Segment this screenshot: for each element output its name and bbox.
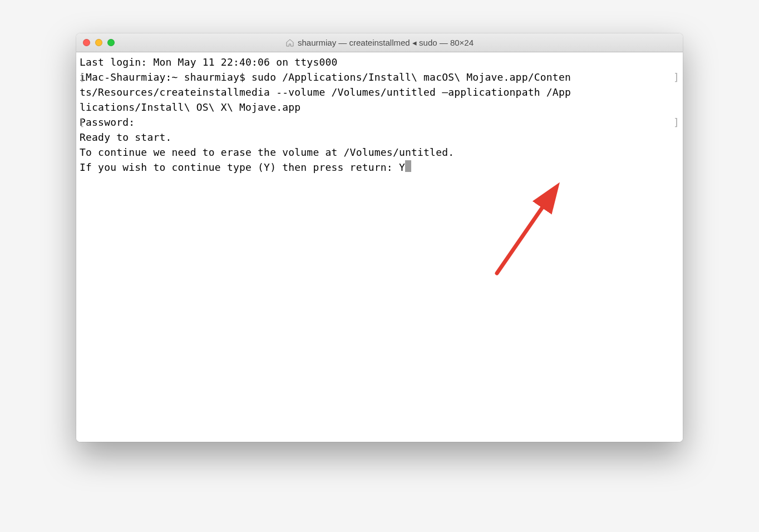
terminal-line: To continue we need to erase the volume … <box>80 145 679 160</box>
terminal-prompt-line: If you wish to continue type (Y) then pr… <box>80 160 679 175</box>
terminal-line: lications/Install\ OS\ X\ Mojave.app <box>80 100 679 115</box>
terminal-line: Password: <box>80 115 679 130</box>
svg-line-1 <box>497 189 555 273</box>
window-title: shaurmiay — createinstallmed ◂ sudo — 80… <box>76 38 683 48</box>
terminal-prompt-text: If you wish to continue type (Y) then pr… <box>80 161 399 173</box>
terminal-line: Last login: Mon May 11 22:40:06 on ttys0… <box>80 55 679 70</box>
zoom-button[interactable] <box>107 39 115 46</box>
terminal-line: ts/Resources/createinstallmedia --volume… <box>80 85 679 100</box>
terminal-line: Ready to start. <box>80 130 679 145</box>
close-button[interactable] <box>83 39 90 46</box>
terminal-user-input: Y <box>399 161 405 173</box>
terminal-output[interactable]: Last login: Mon May 11 22:40:06 on ttys0… <box>76 52 683 442</box>
window-title-text: shaurmiay — createinstallmed ◂ sudo — 80… <box>298 38 474 48</box>
window-controls <box>83 39 115 46</box>
cursor-icon <box>405 160 411 172</box>
annotation-arrow-icon <box>449 164 575 298</box>
home-icon <box>285 38 294 47</box>
window-titlebar[interactable]: shaurmiay — createinstallmed ◂ sudo — 80… <box>76 33 683 52</box>
minimize-button[interactable] <box>95 39 102 46</box>
terminal-window: shaurmiay — createinstallmed ◂ sudo — 80… <box>76 33 683 442</box>
terminal-line: iMac-Shaurmiay:~ shaurmiay$ sudo /Applic… <box>80 70 679 85</box>
